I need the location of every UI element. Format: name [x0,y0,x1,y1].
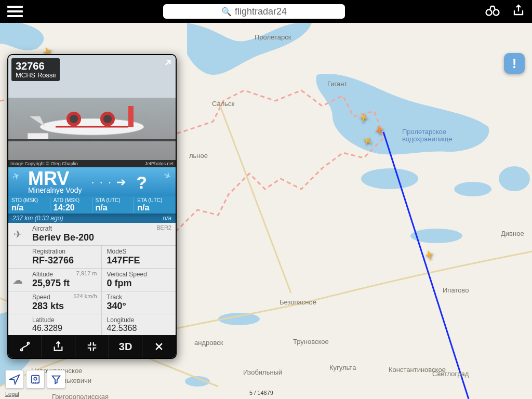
registration-label: Registration [32,248,96,255]
search-placeholder: flightradar24 [235,6,287,17]
exclamation-icon: ! [512,56,517,72]
times-row: STD (MSK)n/aATD (MSK)14:20STA (UTC)n/aET… [8,196,176,214]
distance-remaining: n/a [163,215,171,222]
view-3d-button[interactable]: 3D [109,335,143,358]
callsign-chip: 32766 MCHS Rossii [11,58,60,81]
share-flight-button[interactable] [42,335,76,358]
callsign-text: 32766 [16,60,56,72]
map-label: Кугульта [329,364,356,371]
binoculars-icon[interactable] [485,5,500,18]
search-input[interactable]: 🔍 flightradar24 [163,4,345,19]
location-tool[interactable] [5,370,24,389]
map-label: Григорополисская [52,393,109,399]
progress-bar: 237 km (0:33 ago) n/a [8,214,176,223]
aircraft-marker[interactable] [362,135,373,147]
svg-point-0 [486,10,492,16]
map-label: Пролетарское [402,128,446,136]
speed-metric: 524 km/h [73,293,97,299]
altitude-value: 25,975 ft [32,278,96,289]
share-icon[interactable] [512,4,525,19]
aircraft-type: Beriev Be-200 [32,232,170,243]
map-label: Гигант [327,80,347,88]
route-bar: ✈ ✈ MRV Mineralnye Vody · · · ➔ ? [8,167,176,196]
flight-trail [383,132,469,399]
latitude-value: 46.3289 [32,324,96,333]
photo-copyright: Image Copyright © Oleg Chaplin [10,161,78,166]
aircraft-code: BER2 [156,224,171,231]
time-cell: STA (UTC)n/a [92,197,135,212]
map-label: Сальск [212,100,234,108]
distance-flown: 237 km (0:33 ago) [12,215,63,222]
longitude-label: Longitude [107,316,171,324]
svg-rect-12 [128,106,134,127]
aircraft-marker[interactable] [358,112,369,123]
registration-value: RF-32766 [32,255,96,266]
map-label: Пролетарск [255,33,291,41]
legal-link[interactable]: Legal [5,391,19,397]
filter-tool[interactable] [47,370,65,389]
svg-point-16 [103,115,112,123]
close-button[interactable] [142,335,176,358]
map-label: Изобильный [243,368,282,376]
time-cell: STD (MSK)n/a [8,197,50,212]
operator-text: MCHS Rossii [16,72,56,79]
vs-label: Vertical Speed [107,271,171,278]
svg-point-14 [70,115,78,123]
search-icon: 🔍 [221,7,232,17]
scale-text: 5 / 14679 [249,390,273,396]
cloud-icon: ☁ [8,269,27,291]
map-label: Безопасное [280,298,316,306]
scale-bar: 5 / 14679 [249,390,273,396]
map-label: Светлоград [432,370,469,378]
top-bar: 🔍 flightradar24 [0,0,532,23]
departure-code: MRV [28,170,82,187]
svg-point-5 [499,166,530,191]
aircraft-type-label: Aircraft [32,225,170,232]
panel-actions: 3D [8,335,176,358]
aircraft-photo[interactable]: 32766 MCHS Rossii Image Copyright © Oleg… [8,55,176,167]
altitude-metric: 7,917 m [76,270,97,276]
route-button[interactable] [8,335,42,358]
alert-button[interactable]: ! [504,53,525,74]
svg-point-1 [494,10,499,16]
selected-aircraft-marker[interactable] [374,124,385,136]
expand-photo-icon[interactable] [159,58,172,72]
vs-value: 0 fpm [107,278,171,289]
flight-panel: 32766 MCHS Rossii Image Copyright © Oleg… [7,54,177,359]
track-value: 340° [107,301,171,312]
svg-point-3 [361,168,418,189]
menu-button[interactable] [7,4,23,19]
route-arrow-icon: · · · ➔ [91,176,127,189]
time-cell: ATD (MSK)14:20 [50,197,92,212]
weather-tool[interactable] [26,370,45,389]
collapse-button[interactable] [75,335,109,358]
modes-label: ModeS [107,248,171,255]
departure-name: Mineralnye Vody [28,186,82,194]
longitude-value: 42.5368 [107,324,171,333]
aircraft-marker[interactable] [423,249,435,260]
svg-rect-9 [32,376,39,383]
map-label: андровск [194,339,223,347]
latitude-label: Latitude [32,316,96,324]
map-label: Дивное [501,230,524,237]
photo-source: JetPhotos.net [145,161,174,166]
speed-value: 283 kts [32,301,96,312]
map-label: Ипатово [443,286,469,294]
map-label: Труновское [293,338,329,345]
info-grid: ✈ Aircraft BER2 Beriev Be-200 Registrati… [8,223,176,335]
track-label: Track [107,294,171,301]
airplane-icon: ✈ [8,223,27,245]
svg-point-10 [34,377,37,380]
map-label: водохранилище [402,135,452,143]
map-label: льное [189,152,208,159]
arrival-code: ? [136,172,147,193]
modes-value: 147FFE [107,255,171,266]
svg-point-4 [454,182,491,196]
time-cell: ETA (UTC)n/a [134,197,176,212]
